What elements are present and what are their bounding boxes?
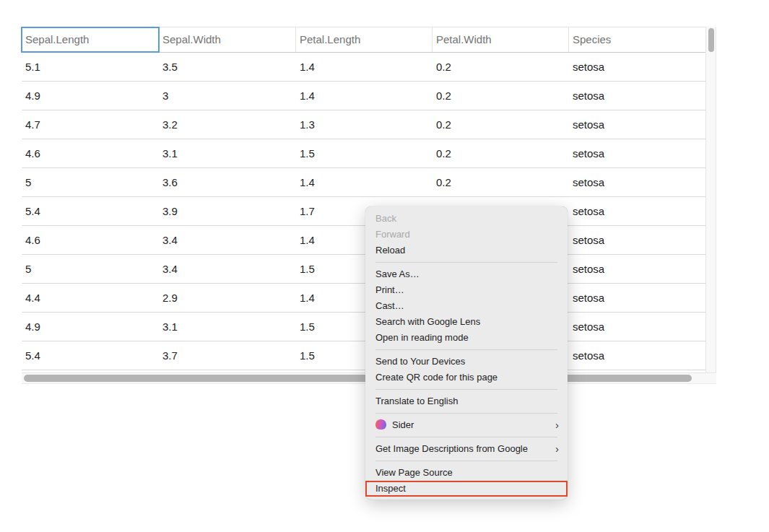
menu-separator xyxy=(375,413,557,414)
table-cell: setosa xyxy=(569,53,705,81)
menu-item-create-qr-code[interactable]: Create QR code for this page xyxy=(365,370,568,385)
table-cell: 3.5 xyxy=(159,53,296,81)
table-row: 4.6 3.1 1.5 0.2 setosa xyxy=(22,139,705,168)
table-cell: 3.4 xyxy=(159,255,296,283)
table-row: 5 3.6 1.4 0.2 setosa xyxy=(22,168,705,197)
column-header-species[interactable]: Species xyxy=(569,27,705,52)
menu-item-send-to-your-devices[interactable]: Send to Your Devices xyxy=(365,354,568,370)
table-cell: setosa xyxy=(569,255,705,283)
table-cell: 0.2 xyxy=(433,139,569,167)
table-cell: 4.7 xyxy=(22,110,159,139)
menu-item-inspect[interactable]: Inspect xyxy=(365,481,568,497)
table-row: 5 3.4 1.5 setosa xyxy=(22,255,705,284)
table-cell: 1.4 xyxy=(296,168,433,196)
column-header-sepal-width[interactable]: Sepal.Width xyxy=(159,27,296,52)
table-cell: 0.2 xyxy=(433,82,569,110)
column-header-sepal-length[interactable]: Sepal.Length xyxy=(22,27,159,52)
menu-separator xyxy=(375,262,557,263)
table-row: 4.9 3 1.4 0.2 setosa xyxy=(22,82,705,110)
menu-separator xyxy=(375,437,557,437)
table-cell: 3.7 xyxy=(159,341,296,370)
vertical-scrollbar-track[interactable] xyxy=(705,27,716,372)
menu-item-open-in-reading-mode[interactable]: Open in reading mode xyxy=(365,330,568,346)
menu-separator xyxy=(375,461,557,461)
table-cell: setosa xyxy=(569,82,705,110)
table-row: 4.7 3.2 1.3 0.2 setosa xyxy=(22,110,705,139)
table-cell: setosa xyxy=(569,197,705,225)
table-cell: 4.6 xyxy=(22,226,159,254)
table-row: 4.6 3.4 1.4 setosa xyxy=(22,226,705,255)
table-row: 5.4 3.9 1.7 setosa xyxy=(22,197,705,226)
sider-brain-icon xyxy=(375,419,386,429)
table-cell: 5 xyxy=(22,168,159,196)
table-cell: 3.1 xyxy=(159,313,296,341)
table-cell: 3.4 xyxy=(159,226,296,254)
table-cell: setosa xyxy=(569,284,705,312)
table-cell: setosa xyxy=(569,313,705,341)
table-cell: 0.2 xyxy=(433,53,569,81)
horizontal-scrollbar-thumb[interactable] xyxy=(24,375,692,382)
menu-item-save-as[interactable]: Save As… xyxy=(365,266,568,282)
table-cell: 3.1 xyxy=(159,139,296,167)
table-cell: 5.1 xyxy=(22,53,159,81)
menu-item-label: Sider xyxy=(392,419,414,430)
iris-data-table: Sepal.Length Sepal.Width Petal.Length Pe… xyxy=(22,27,705,370)
menu-item-get-image-descriptions[interactable]: Get Image Descriptions from Google › xyxy=(365,441,568,457)
table-cell: 2.9 xyxy=(159,284,296,312)
table-cell: setosa xyxy=(569,139,705,167)
table-cell: setosa xyxy=(569,226,705,254)
menu-separator xyxy=(375,349,557,350)
table-cell: 3 xyxy=(159,82,296,110)
table-header-row: Sepal.Length Sepal.Width Petal.Length Pe… xyxy=(22,27,705,53)
table-cell: 1.4 xyxy=(296,82,433,110)
menu-item-search-with-google-lens[interactable]: Search with Google Lens xyxy=(365,314,568,330)
table-cell: 0.2 xyxy=(433,168,569,196)
menu-item-print[interactable]: Print… xyxy=(365,282,568,298)
menu-item-back: Back xyxy=(365,211,568,227)
menu-item-sider[interactable]: Sider › xyxy=(365,417,568,433)
vertical-scrollbar-thumb[interactable] xyxy=(708,28,714,52)
table-row: 4.9 3.1 1.5 setosa xyxy=(22,313,705,341)
table-cell: 1.5 xyxy=(296,139,433,167)
menu-item-cast[interactable]: Cast… xyxy=(365,298,568,314)
table-cell: 1.3 xyxy=(296,110,433,139)
table-cell: 0.2 xyxy=(433,110,569,139)
menu-item-forward: Forward xyxy=(365,227,568,243)
menu-item-label: Get Image Descriptions from Google xyxy=(375,443,528,454)
table-cell: 1.4 xyxy=(296,53,433,81)
menu-separator xyxy=(375,389,557,390)
column-header-petal-length[interactable]: Petal.Length xyxy=(296,27,433,52)
table-cell: 5.4 xyxy=(22,341,159,370)
menu-item-translate-to-english[interactable]: Translate to English xyxy=(365,393,568,409)
column-header-petal-width[interactable]: Petal.Width xyxy=(433,27,569,52)
table-cell: 4.9 xyxy=(22,313,159,341)
table-cell: 3.6 xyxy=(159,168,296,196)
table-row: 4.4 2.9 1.4 setosa xyxy=(22,284,705,313)
table-cell: 4.6 xyxy=(22,139,159,167)
table-cell: setosa xyxy=(569,110,705,139)
submenu-chevron-icon: › xyxy=(555,441,559,457)
table-row: 5.1 3.5 1.4 0.2 setosa xyxy=(22,53,705,82)
table-cell: 5.4 xyxy=(22,197,159,225)
table-cell: 3.9 xyxy=(159,197,296,225)
submenu-chevron-icon: › xyxy=(555,417,559,433)
table-cell: 4.9 xyxy=(22,82,159,110)
table-cell: 3.2 xyxy=(159,110,296,139)
table-cell: 4.4 xyxy=(22,284,159,312)
browser-context-menu: Back Forward Reload Save As… Print… Cast… xyxy=(365,206,568,500)
menu-item-view-page-source[interactable]: View Page Source xyxy=(365,465,568,481)
table-cell: setosa xyxy=(569,341,705,370)
table-cell: 5 xyxy=(22,255,159,283)
table-row: 5.4 3.7 1.5 setosa xyxy=(22,341,705,370)
table-cell: setosa xyxy=(569,168,705,196)
menu-item-reload[interactable]: Reload xyxy=(365,243,568,258)
